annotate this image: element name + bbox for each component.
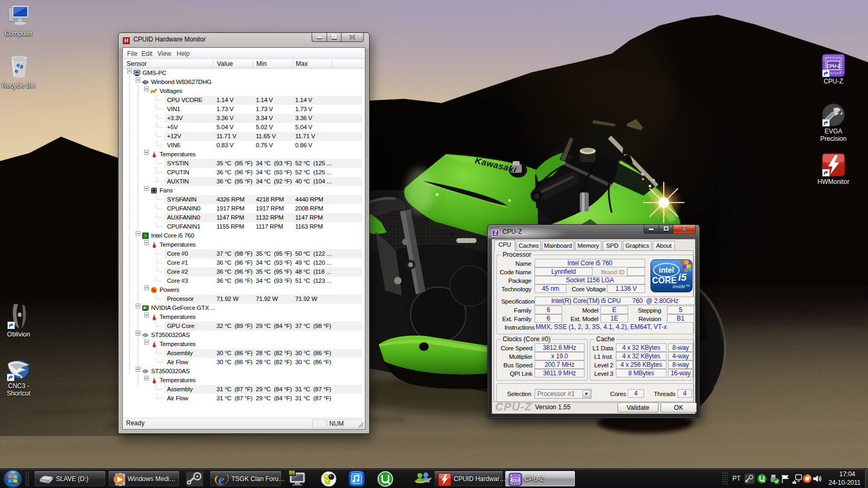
svg-text:99: 99: [289, 470, 295, 476]
svg-text:inside™: inside™: [673, 284, 690, 289]
svg-text:intel: intel: [659, 266, 674, 274]
svg-text:i5: i5: [678, 272, 687, 283]
svg-text:CPU-Z: CPU-Z: [511, 478, 520, 482]
svg-text:CPU-Z: CPU-Z: [827, 63, 840, 69]
